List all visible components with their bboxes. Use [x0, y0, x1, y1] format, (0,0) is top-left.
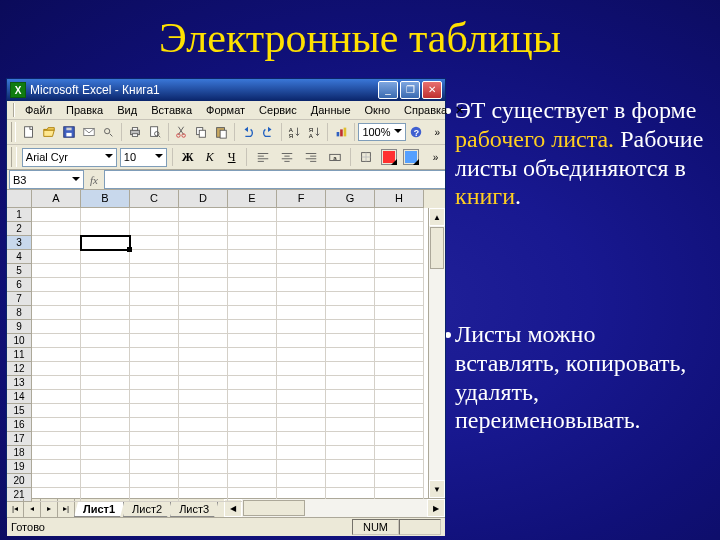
cell[interactable] [277, 376, 326, 390]
cell[interactable] [228, 460, 277, 474]
cell[interactable] [375, 236, 424, 250]
cell[interactable] [179, 474, 228, 488]
cell[interactable] [228, 418, 277, 432]
cell[interactable] [130, 236, 179, 250]
row-header[interactable]: 18 [7, 446, 32, 460]
cell[interactable] [375, 474, 424, 488]
cell[interactable] [179, 460, 228, 474]
cell[interactable] [326, 362, 375, 376]
cell[interactable] [130, 418, 179, 432]
cell[interactable] [277, 264, 326, 278]
row-header[interactable]: 14 [7, 390, 32, 404]
menu-window[interactable]: Окно [359, 103, 397, 117]
cell[interactable] [130, 264, 179, 278]
cell[interactable] [277, 250, 326, 264]
underline-button[interactable]: Ч [222, 147, 241, 167]
cell[interactable] [375, 264, 424, 278]
cell[interactable] [326, 264, 375, 278]
cell[interactable] [375, 446, 424, 460]
row-header[interactable]: 9 [7, 320, 32, 334]
row-header[interactable]: 10 [7, 334, 32, 348]
cell[interactable] [277, 320, 326, 334]
cell[interactable] [326, 390, 375, 404]
cell[interactable] [130, 362, 179, 376]
minimize-button[interactable]: _ [378, 81, 398, 99]
cell[interactable] [81, 320, 130, 334]
cell[interactable] [228, 278, 277, 292]
cell[interactable] [32, 250, 81, 264]
cell[interactable] [130, 292, 179, 306]
horizontal-scrollbar[interactable]: ◀ ▶ [224, 499, 445, 517]
cell[interactable] [130, 320, 179, 334]
cell[interactable] [130, 404, 179, 418]
cell[interactable] [179, 306, 228, 320]
cell[interactable] [375, 292, 424, 306]
cell[interactable] [81, 208, 130, 222]
menu-tools[interactable]: Сервис [253, 103, 303, 117]
close-button[interactable]: ✕ [422, 81, 442, 99]
copy-icon[interactable] [192, 121, 210, 143]
row-header[interactable]: 3 [7, 236, 32, 250]
cell[interactable] [81, 362, 130, 376]
cell[interactable] [326, 334, 375, 348]
toolbar-overflow-icon[interactable]: » [427, 121, 445, 143]
row-header[interactable]: 2 [7, 222, 32, 236]
borders-icon[interactable] [356, 146, 377, 168]
cell[interactable] [179, 404, 228, 418]
cell[interactable] [130, 474, 179, 488]
cell[interactable] [277, 334, 326, 348]
cell[interactable] [179, 432, 228, 446]
cell[interactable] [375, 362, 424, 376]
preview-icon[interactable] [146, 121, 164, 143]
cell[interactable] [32, 390, 81, 404]
new-icon[interactable] [20, 121, 38, 143]
cell[interactable] [179, 292, 228, 306]
row-header[interactable]: 6 [7, 278, 32, 292]
cell[interactable] [32, 376, 81, 390]
cell[interactable] [228, 264, 277, 278]
menu-format[interactable]: Формат [200, 103, 251, 117]
select-all-corner[interactable] [7, 190, 32, 208]
cell[interactable] [228, 446, 277, 460]
cell[interactable] [277, 404, 326, 418]
cell[interactable] [326, 474, 375, 488]
cell[interactable] [277, 474, 326, 488]
cell[interactable] [326, 418, 375, 432]
column-header[interactable]: C [130, 190, 179, 208]
sheet-tab[interactable]: Лист1 [74, 502, 124, 517]
cell[interactable] [32, 264, 81, 278]
cell[interactable] [375, 278, 424, 292]
cell[interactable] [130, 376, 179, 390]
undo-icon[interactable] [239, 121, 257, 143]
cell[interactable] [375, 306, 424, 320]
sheet-tab[interactable]: Лист2 [123, 502, 171, 517]
cell[interactable] [277, 278, 326, 292]
cell[interactable] [32, 460, 81, 474]
row-header[interactable]: 13 [7, 376, 32, 390]
scroll-down-icon[interactable]: ▼ [429, 480, 445, 498]
cell[interactable] [81, 264, 130, 278]
cell[interactable] [277, 446, 326, 460]
cell[interactable] [179, 320, 228, 334]
cell[interactable] [81, 404, 130, 418]
window-titlebar[interactable]: X Microsoft Excel - Книга1 _ ❐ ✕ [7, 79, 445, 101]
cell[interactable] [130, 208, 179, 222]
cell[interactable] [179, 250, 228, 264]
fill-color-button[interactable] [380, 147, 399, 167]
row-header[interactable]: 17 [7, 432, 32, 446]
cell[interactable] [81, 250, 130, 264]
cell[interactable] [179, 334, 228, 348]
scroll-up-icon[interactable]: ▲ [429, 208, 445, 226]
cell[interactable] [326, 446, 375, 460]
toolbar-grip[interactable] [11, 147, 17, 167]
cell[interactable] [32, 306, 81, 320]
cell[interactable] [326, 236, 375, 250]
cell[interactable] [228, 362, 277, 376]
cell[interactable] [228, 320, 277, 334]
row-header[interactable]: 1 [7, 208, 32, 222]
cell[interactable] [375, 432, 424, 446]
cell[interactable] [228, 404, 277, 418]
cell[interactable] [32, 474, 81, 488]
cell[interactable] [81, 432, 130, 446]
cell[interactable] [32, 278, 81, 292]
